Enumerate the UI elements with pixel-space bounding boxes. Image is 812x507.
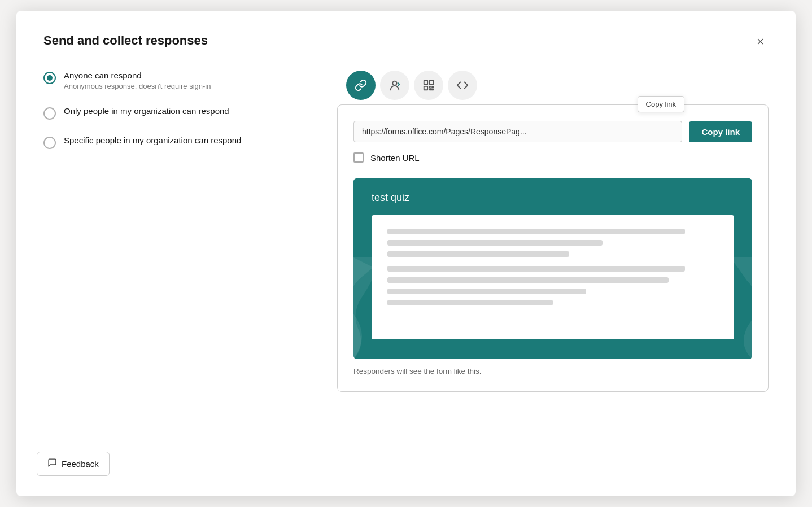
- radio-specific[interactable]: Specific people in my organization can r…: [43, 136, 303, 149]
- radio-anyone-subtext: Anonymous response, doesn't require sign…: [64, 82, 211, 90]
- shorten-url-label: Shorten URL: [370, 153, 420, 163]
- preview-container: test quiz: [353, 178, 752, 359]
- shorten-row: Shorten URL: [353, 152, 752, 163]
- preview-line-6: [387, 289, 586, 294]
- tab-qr-button[interactable]: [414, 71, 443, 100]
- copy-link-button[interactable]: Copy link: [689, 121, 752, 142]
- close-button[interactable]: ×: [752, 33, 769, 50]
- url-input[interactable]: [353, 121, 682, 142]
- feedback-button[interactable]: Feedback: [37, 452, 110, 476]
- url-row: Copy link: [353, 121, 752, 142]
- shorten-url-checkbox[interactable]: [353, 152, 364, 163]
- radio-specific-text: Specific people in my organization can r…: [64, 136, 241, 145]
- feedback-icon: [47, 458, 57, 470]
- preview-line-7: [387, 300, 553, 305]
- content-area: Anyone can respond Anonymous response, d…: [43, 71, 769, 392]
- responders-text: Responders will see the form like this.: [353, 367, 752, 375]
- svg-rect-7: [432, 89, 434, 90]
- preview-line-3: [387, 251, 569, 257]
- preview-line-4: [387, 266, 685, 272]
- radio-org-text: Only people in my organization can respo…: [64, 106, 229, 116]
- send-collect-dialog: Send and collect responses × Anyone can …: [16, 11, 796, 496]
- radio-specific-circle[interactable]: [43, 137, 56, 149]
- feedback-label: Feedback: [62, 459, 99, 469]
- dialog-title: Send and collect responses: [43, 33, 208, 48]
- svg-rect-6: [430, 89, 431, 90]
- tab-share-button[interactable]: [380, 71, 409, 100]
- radio-org-label: Only people in my organization can respo…: [64, 106, 229, 116]
- svg-rect-5: [432, 86, 433, 88]
- svg-point-0: [392, 81, 396, 85]
- right-panel: Copy link Copy link Shorten URL: [337, 71, 769, 392]
- link-panel: Copy link Copy link Shorten URL: [337, 104, 769, 392]
- radio-org-circle[interactable]: [43, 107, 56, 120]
- tab-link-button[interactable]: [346, 71, 376, 100]
- svg-rect-3: [424, 86, 427, 90]
- preview-quiz-title: test quiz: [372, 192, 734, 204]
- preview-line-1: [387, 229, 685, 234]
- radio-anyone-circle[interactable]: [43, 72, 56, 84]
- svg-rect-2: [430, 81, 433, 84]
- radio-anyone-label: Anyone can respond Anonymous response, d…: [64, 71, 211, 90]
- svg-rect-4: [430, 86, 431, 88]
- copy-link-tooltip: Copy link: [638, 96, 684, 112]
- radio-anyone[interactable]: Anyone can respond Anonymous response, d…: [43, 71, 303, 90]
- preview-line-2: [387, 240, 603, 246]
- dialog-header: Send and collect responses ×: [43, 33, 769, 50]
- preview-header: test quiz: [353, 178, 752, 215]
- left-panel: Anyone can respond Anonymous response, d…: [43, 71, 303, 392]
- radio-specific-label: Specific people in my organization can r…: [64, 136, 241, 145]
- svg-rect-1: [424, 81, 427, 84]
- preview-body: [372, 215, 734, 339]
- tab-embed-button[interactable]: [448, 71, 477, 100]
- tab-icons: [337, 71, 769, 100]
- radio-anyone-text: Anyone can respond: [64, 71, 211, 80]
- preview-line-5: [387, 277, 669, 283]
- radio-org[interactable]: Only people in my organization can respo…: [43, 106, 303, 120]
